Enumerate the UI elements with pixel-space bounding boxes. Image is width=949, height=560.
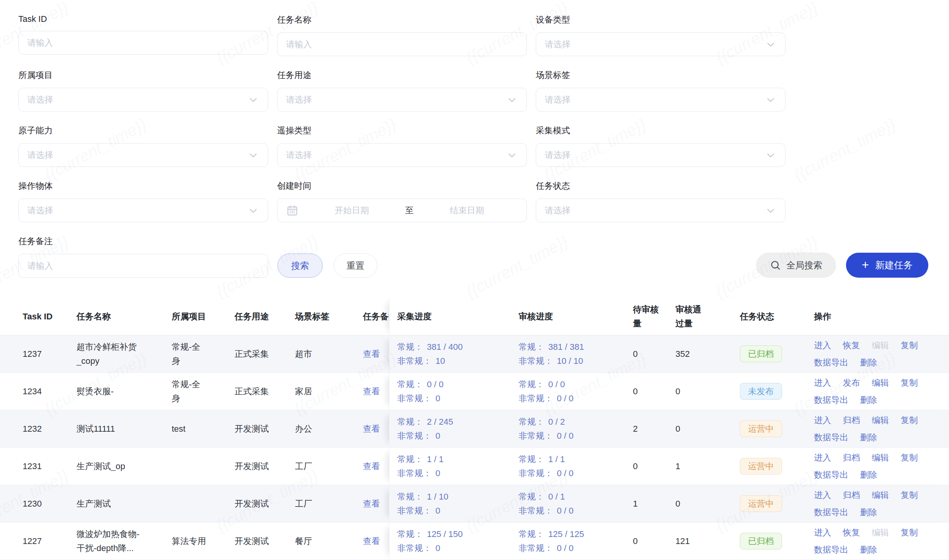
date-range-picker[interactable]: 开始日期 至 结束日期 <box>277 198 527 222</box>
cell-task-id: 1230 <box>23 485 76 522</box>
action-link[interactable]: 归档 <box>843 488 860 502</box>
filter-field: 原子能力 请选择 <box>18 125 268 167</box>
view-note-link[interactable]: 查看 <box>363 534 380 548</box>
cell-approved-count: 1 <box>672 448 736 485</box>
remark-input[interactable] <box>27 261 259 271</box>
view-note-link[interactable]: 查看 <box>363 497 380 510</box>
action-link[interactable]: 进入 <box>814 526 831 539</box>
filter-collect-mode-select[interactable]: 请选择 <box>536 143 786 167</box>
action-link: 编辑 <box>872 338 889 352</box>
header-note: 任务备注 <box>363 298 389 335</box>
chevron-down-icon <box>765 94 777 106</box>
filter-atomic-ability-select[interactable]: 请选择 <box>18 143 268 167</box>
cell-purpose: 开发测试 <box>235 410 295 447</box>
filter-field-remark: 任务备注 <box>18 236 268 278</box>
action-link[interactable]: 归档 <box>843 413 860 427</box>
action-link[interactable]: 删除 <box>860 468 877 482</box>
select-placeholder: 请选择 <box>286 149 506 161</box>
cell-project: test <box>172 410 235 447</box>
action-link[interactable]: 复制 <box>901 451 918 464</box>
action-link[interactable]: 复制 <box>901 488 918 502</box>
filter-task-name-input[interactable] <box>286 39 518 50</box>
action-link[interactable]: 恢复 <box>843 338 860 352</box>
action-link[interactable]: 发布 <box>843 376 860 390</box>
action-link[interactable]: 删除 <box>860 431 877 444</box>
cell-collect-progress: 常规：1 / 1 非常规：0 <box>389 448 511 485</box>
action-link[interactable]: 进入 <box>814 451 831 464</box>
action-link[interactable]: 删除 <box>860 356 877 369</box>
cell-task-name: 生产测试 <box>76 485 172 522</box>
action-link[interactable]: 复制 <box>901 376 918 390</box>
start-date-placeholder[interactable]: 开始日期 <box>301 205 403 216</box>
header-task-id: Task ID <box>23 298 76 335</box>
cell-project: 算法专用 <box>172 523 235 560</box>
row-actions: 进入归档编辑复制数据导出删除 <box>814 413 930 444</box>
action-link[interactable]: 编辑 <box>872 413 889 427</box>
action-link[interactable]: 删除 <box>860 505 877 519</box>
chevron-down-icon <box>247 205 259 216</box>
action-link[interactable]: 复制 <box>901 526 918 539</box>
cell-task-name: 生产测试_op <box>76 448 172 485</box>
filter-device-type-select[interactable]: 请选择 <box>536 32 786 56</box>
cell-review-progress: 常规：0 / 2 非常规：0 / 0 <box>511 410 632 447</box>
cell-task-id: 1227 <box>23 523 76 560</box>
action-link[interactable]: 删除 <box>860 543 877 556</box>
cell-scene: 办公 <box>295 410 363 447</box>
cell-project: 常规-全身 <box>172 335 235 372</box>
header-pending: 待审核量 <box>632 298 672 335</box>
view-note-link[interactable]: 查看 <box>363 459 380 473</box>
filter-task-id-input[interactable] <box>27 38 259 48</box>
action-link[interactable]: 进入 <box>814 376 831 390</box>
action-link[interactable]: 归档 <box>843 451 860 464</box>
action-link[interactable]: 进入 <box>814 488 831 502</box>
cell-collect-progress: 常规：1 / 10 非常规：0 <box>389 485 511 522</box>
action-link[interactable]: 删除 <box>860 393 877 407</box>
filter-field-label: Task ID <box>18 14 268 24</box>
global-search-button[interactable]: 全局搜索 <box>756 253 836 278</box>
header-approved: 审核通过量 <box>672 298 736 335</box>
cell-task-name: 超市冷鲜柜补货_copy <box>76 335 172 372</box>
filter-scene-tag-select[interactable]: 请选择 <box>536 88 786 112</box>
filter-field: 采集模式 请选择 <box>536 125 786 167</box>
filter-task-purpose-select[interactable]: 请选择 <box>277 88 527 112</box>
reset-button[interactable]: 重置 <box>334 253 377 278</box>
action-link[interactable]: 数据导出 <box>814 393 848 407</box>
action-link[interactable]: 数据导出 <box>814 543 848 556</box>
status-badge: 已归档 <box>740 346 782 363</box>
chevron-down-icon <box>765 39 777 50</box>
filter-operate-object-select[interactable]: 请选择 <box>18 198 268 222</box>
search-button[interactable]: 搜索 <box>277 253 323 278</box>
action-link[interactable]: 复制 <box>901 338 918 352</box>
view-note-link[interactable]: 查看 <box>363 385 380 398</box>
filter-panel: Task ID 任务名称 设备类型 请选择 所属项目 请选择 任务用途 <box>0 0 949 278</box>
action-link[interactable]: 进入 <box>814 338 831 352</box>
view-note-link[interactable]: 查看 <box>363 347 380 361</box>
header-collect: 采集进度 <box>389 298 511 335</box>
filter-teleop-type-select[interactable]: 请选择 <box>277 143 527 167</box>
action-link[interactable]: 编辑 <box>872 488 889 502</box>
action-link[interactable]: 数据导出 <box>814 505 848 519</box>
action-link[interactable]: 恢复 <box>843 526 860 539</box>
cell-scene: 工厂 <box>295 448 363 485</box>
action-link[interactable]: 复制 <box>901 413 918 427</box>
filter-field-label: 原子能力 <box>18 125 268 136</box>
create-task-button[interactable]: + 新建任务 <box>846 253 928 278</box>
filter-project-select[interactable]: 请选择 <box>18 88 268 112</box>
cell-pending-count: 0 <box>632 523 672 560</box>
row-actions: 进入归档编辑复制数据导出删除 <box>814 451 930 481</box>
filter-field: 任务状态 请选择 <box>536 180 786 222</box>
view-note-link[interactable]: 查看 <box>363 422 380 436</box>
cell-approved-count: 0 <box>672 485 736 522</box>
header-project: 所属项目 <box>172 298 235 335</box>
cell-approved-count: 121 <box>672 523 736 560</box>
status-badge: 已归档 <box>740 533 782 550</box>
filter-task-status-select[interactable]: 请选择 <box>536 198 786 222</box>
action-link[interactable]: 编辑 <box>872 376 889 390</box>
action-link[interactable]: 编辑 <box>872 451 889 464</box>
end-date-placeholder[interactable]: 结束日期 <box>416 205 518 216</box>
action-link[interactable]: 数据导出 <box>814 356 848 369</box>
select-placeholder: 请选择 <box>545 39 765 50</box>
action-link[interactable]: 数据导出 <box>814 431 848 444</box>
action-link[interactable]: 数据导出 <box>814 468 848 482</box>
action-link[interactable]: 进入 <box>814 413 831 427</box>
